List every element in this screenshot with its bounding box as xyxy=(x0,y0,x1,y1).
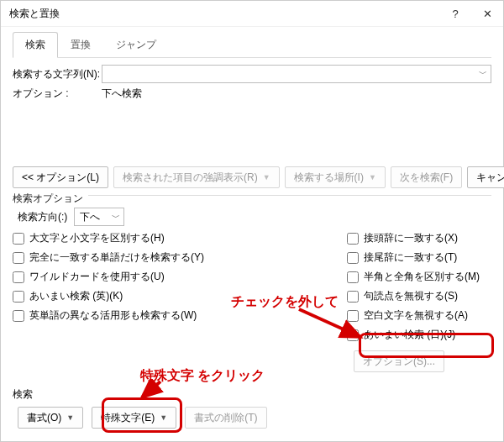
dialog-window: 検索と置換 ? ✕ 検索 置換 ジャンプ 検索する文字列(N): ﹀ オプション… xyxy=(0,0,504,442)
footer-buttons: 書式(O)▼ 特殊文字(E)▼ 書式の削除(T) xyxy=(18,407,491,429)
find-label: 検索する文字列(N): xyxy=(13,67,102,82)
find-input[interactable]: ﹀ xyxy=(102,65,491,83)
highlight-button[interactable]: 検索された項目の強調表示(R)▼ xyxy=(113,166,280,188)
find-in-button[interactable]: 検索する場所(I)▼ xyxy=(285,166,386,188)
chevron-down-icon: ▼ xyxy=(160,413,167,422)
tab-jump[interactable]: ジャンプ xyxy=(103,32,169,57)
sounds-ja-checkbox[interactable]: あいまい検索 (日)(J) xyxy=(347,328,491,342)
options-value: 下へ検索 xyxy=(102,87,142,101)
tab-replace[interactable]: 置換 xyxy=(58,32,103,57)
search-options-title: 検索オプション xyxy=(13,192,88,206)
window-title: 検索と置換 xyxy=(9,7,439,21)
options-label: オプション : xyxy=(13,87,102,101)
cancel-button[interactable]: キャンセル xyxy=(467,166,504,188)
sounds-en-checkbox[interactable]: あいまい検索 (英)(K) xyxy=(13,289,265,303)
toggle-options-button[interactable]: << オプション(L) xyxy=(13,166,108,188)
find-next-button[interactable]: 次を検索(F) xyxy=(391,166,462,188)
chevron-down-icon: ▼ xyxy=(369,173,376,182)
ja-options-button[interactable]: オプション(S)... xyxy=(354,350,444,372)
format-button[interactable]: 書式(O)▼ xyxy=(18,407,83,429)
width-checkbox[interactable]: 半角と全角を区別する(M) xyxy=(347,270,491,284)
no-format-button[interactable]: 書式の削除(T) xyxy=(185,407,266,429)
chevron-down-icon: ▼ xyxy=(66,413,74,422)
chevron-down-icon: ﹀ xyxy=(112,212,120,224)
chevron-down-icon: ▼ xyxy=(263,173,270,182)
tab-strip: 検索 置換 ジャンプ xyxy=(13,32,491,58)
special-button[interactable]: 特殊文字(E)▼ xyxy=(92,407,176,429)
match-case-checkbox[interactable]: 大文字と小文字を区別する(H) xyxy=(13,231,265,245)
direction-label: 検索方向(:) xyxy=(18,210,67,224)
search-options-group: 検索オプション 検索方向(:) 下へ ﹀ 大文字と小文字を区別する(H) 完全に… xyxy=(13,195,491,372)
button-bar: << オプション(L) 検索された項目の強調表示(R)▼ 検索する場所(I)▼ … xyxy=(13,166,491,188)
suffix-checkbox[interactable]: 接尾辞に一致する(T) xyxy=(347,250,491,265)
whitespace-checkbox[interactable]: 空白文字を無視する(A) xyxy=(347,308,491,323)
wildcards-checkbox[interactable]: ワイルドカードを使用する(U) xyxy=(13,270,265,284)
close-button[interactable]: ✕ xyxy=(471,1,503,26)
footer-section-label: 検索 xyxy=(13,387,491,402)
prefix-checkbox[interactable]: 接頭辞に一致する(X) xyxy=(347,231,491,245)
chevron-down-icon[interactable]: ﹀ xyxy=(479,68,487,80)
title-bar: 検索と置換 ? ✕ xyxy=(1,1,503,27)
tab-search[interactable]: 検索 xyxy=(13,32,58,58)
direction-select[interactable]: 下へ ﹀ xyxy=(74,208,124,226)
whole-word-checkbox[interactable]: 完全に一致する単語だけを検索する(Y) xyxy=(13,250,265,265)
help-button[interactable]: ? xyxy=(439,1,471,26)
punct-checkbox[interactable]: 句読点を無視する(S) xyxy=(347,289,491,303)
word-forms-checkbox[interactable]: 英単語の異なる活用形も検索する(W) xyxy=(13,308,265,323)
